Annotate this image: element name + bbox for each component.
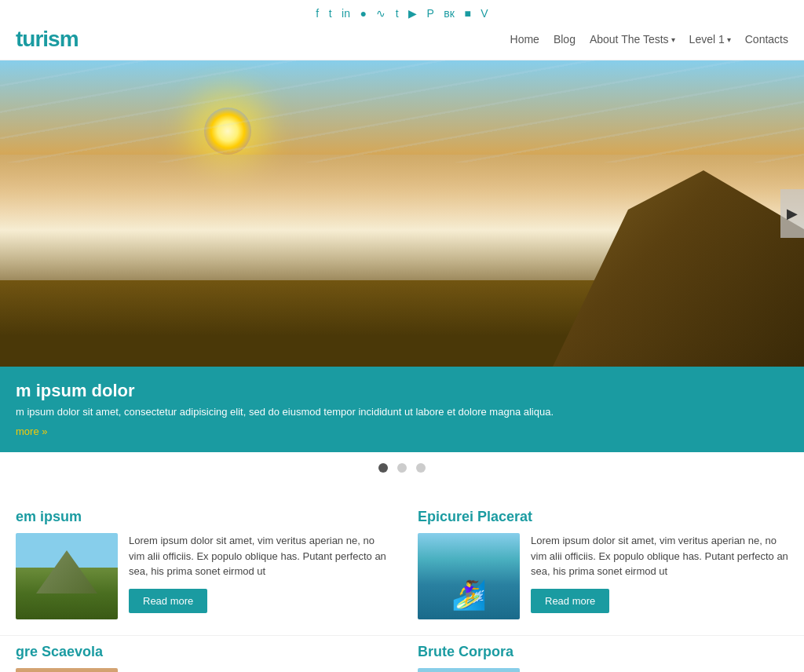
social-vine[interactable]: V: [481, 7, 488, 20]
social-pinterest[interactable]: P: [427, 7, 434, 20]
site-logo: turism: [16, 27, 79, 52]
post-content-3: Lorem ipsum dolor sit amet, vim veritus …: [16, 668, 386, 672]
slider-dot-2[interactable]: [397, 463, 407, 473]
social-vk[interactable]: вк: [444, 7, 455, 20]
site-header: turism Home Blog About The Tests ▾ Level…: [0, 27, 804, 60]
next-slide-button[interactable]: ▶: [780, 189, 804, 238]
post-item-3: gre Scaevola Lorem ipsum dolor sit amet,…: [0, 636, 402, 672]
logo-text: urism: [22, 27, 78, 51]
social-instagram[interactable]: ●: [360, 7, 366, 20]
sky-streaks: [0, 60, 804, 163]
read-more-button-2[interactable]: Read more: [531, 589, 609, 613]
post-excerpt-2: Lorem ipsum dolor sit amet, vim veritus …: [531, 533, 788, 579]
post-item-2: Epicurei Placerat Lorem ipsum dolor sit …: [402, 501, 804, 636]
post-excerpt-4: Lorem ipsum dolor sit amet, vim veritus …: [531, 668, 788, 672]
social-extra1[interactable]: ■: [464, 7, 470, 20]
slider-title: m ipsum dolor: [16, 381, 780, 401]
about-tests-arrow: ▾: [671, 35, 675, 44]
post-body-2: Lorem ipsum dolor sit amet, vim veritus …: [531, 533, 788, 613]
social-rss[interactable]: ∿: [376, 7, 386, 20]
post-thumbnail-2: [418, 533, 520, 619]
post-body-1: Lorem ipsum dolor sit amet, vim veritus …: [129, 533, 386, 613]
post-excerpt-1: Lorem ipsum dolor sit amet, vim veritus …: [129, 533, 386, 579]
post-thumbnail-4: [418, 668, 520, 672]
post-title-4: Brute Corpora: [418, 644, 788, 660]
post-item-4: Brute Corpora Lorem ipsum dolor sit amet…: [402, 636, 804, 672]
read-more-button-1[interactable]: Read more: [129, 589, 207, 613]
hero-image: [0, 60, 804, 367]
thumb-mountains: [16, 533, 118, 619]
post-content-1: Lorem ipsum dolor sit amet, vim veritus …: [16, 533, 386, 619]
thumb-ruins: [418, 668, 520, 672]
nav-about-tests[interactable]: About The Tests ▾: [590, 33, 675, 46]
post-title-2: Epicurei Placerat: [418, 509, 788, 525]
post-excerpt-3: Lorem ipsum dolor sit amet, vim veritus …: [129, 668, 386, 672]
posts-grid: em ipsum Lorem ipsum dolor sit amet, vim…: [0, 485, 804, 672]
nav-contacts[interactable]: Contacts: [745, 33, 788, 46]
thumb-person: [418, 533, 520, 619]
hero-slider: ▶: [0, 60, 804, 367]
slider-text: m ipsum dolor sit amet, consectetur adip…: [16, 406, 780, 418]
slider-dot-3[interactable]: [416, 463, 426, 473]
nav-blog[interactable]: Blog: [554, 33, 576, 46]
slider-dots: [0, 452, 804, 485]
slider-dot-1[interactable]: [378, 463, 388, 473]
social-facebook[interactable]: f: [316, 7, 319, 20]
post-content-4: Lorem ipsum dolor sit amet, vim veritus …: [418, 668, 788, 672]
post-title-1: em ipsum: [16, 509, 386, 525]
post-thumbnail-3: [16, 668, 118, 672]
post-body-3: Lorem ipsum dolor sit amet, vim veritus …: [129, 668, 386, 672]
slider-read-more-link[interactable]: more »: [16, 425, 47, 437]
post-body-4: Lorem ipsum dolor sit amet, vim veritus …: [531, 668, 788, 672]
social-linkedin[interactable]: in: [342, 7, 350, 20]
post-content-2: Lorem ipsum dolor sit amet, vim veritus …: [418, 533, 788, 619]
post-title-3: gre Scaevola: [16, 644, 386, 660]
social-youtube[interactable]: ▶: [408, 7, 417, 20]
slider-caption: m ipsum dolor m ipsum dolor sit amet, co…: [0, 367, 804, 452]
social-tumblr[interactable]: t: [396, 7, 399, 20]
nav-level1[interactable]: Level 1 ▾: [689, 33, 731, 46]
social-twitter[interactable]: t: [329, 7, 332, 20]
social-bar: f t in ● ∿ t ▶ P вк ■ V: [0, 0, 804, 27]
post-thumbnail-1: [16, 533, 118, 619]
nav-home[interactable]: Home: [510, 33, 539, 46]
thumb-city: [16, 668, 118, 672]
level1-arrow: ▾: [727, 35, 731, 44]
main-nav: Home Blog About The Tests ▾ Level 1 ▾ Co…: [510, 33, 788, 46]
post-item-1: em ipsum Lorem ipsum dolor sit amet, vim…: [0, 501, 402, 636]
